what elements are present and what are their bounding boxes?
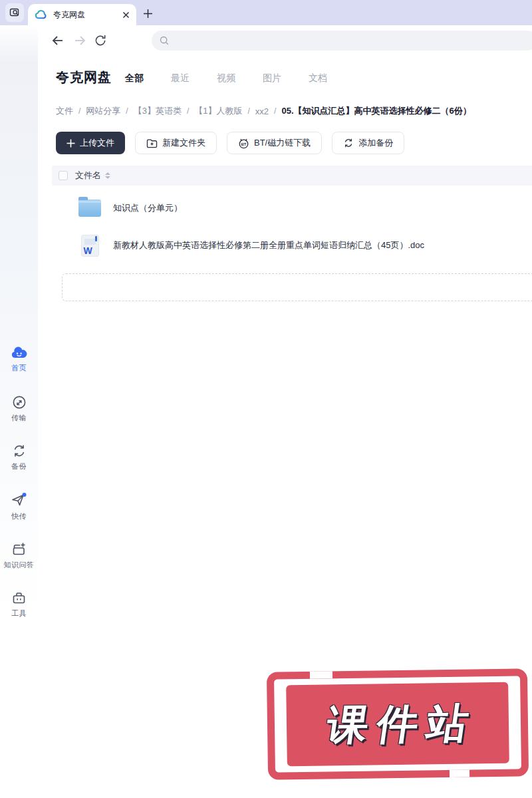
app-sidebar: 首页 传输 备份 (0, 25, 38, 798)
quark-cloud-favicon (35, 9, 47, 21)
breadcrumb-current: 05.【知识点汇总】高中英语选择性必修二（6份） (281, 105, 471, 117)
stamp-text: 课件站 (315, 695, 481, 753)
tab-search-button[interactable] (5, 3, 24, 22)
filename-column-header: 文件名 (75, 170, 101, 182)
new-tab-button[interactable] (140, 5, 156, 21)
new-folder-label: 新建文件夹 (162, 137, 205, 149)
sidebar-item-label: 工具 (0, 608, 38, 618)
add-backup-button[interactable]: 添加备份 (332, 132, 404, 154)
breadcrumb: 文件 / 网站分享 / 【3】英语类 / 【1】人教版 / xx2 / 05.【… (56, 105, 532, 117)
new-folder-icon (146, 138, 158, 148)
search-icon (159, 35, 170, 46)
knowledge-box-plus-icon (0, 542, 38, 557)
new-folder-button[interactable]: 新建文件夹 (135, 132, 217, 154)
tab-all[interactable]: 全部 (125, 72, 144, 84)
toolbox-icon (0, 591, 38, 605)
select-all-checkbox[interactable] (59, 171, 68, 180)
notification-dot (23, 493, 27, 497)
reload-icon[interactable] (94, 34, 107, 47)
sidebar-item-label: 首页 (0, 363, 38, 373)
sidebar-item-label: 备份 (0, 462, 38, 471)
file-name[interactable]: 新教材人教版高中英语选择性必修第二册全册重点单词短语归纳汇总（45页）.doc (113, 239, 424, 251)
bt-download-label: BT/磁力链下载 (254, 137, 311, 149)
sort-toggle-icon[interactable] (105, 172, 110, 179)
sidebar-item-tools[interactable]: 工具 (0, 591, 38, 618)
sidebar-item-label: 知识问答 (0, 560, 38, 570)
word-doc-letter: W (84, 246, 92, 255)
backup-sync-icon (343, 138, 354, 148)
search-input[interactable] (175, 36, 494, 46)
file-row-doc[interactable]: W 新教材人教版高中英语选择性必修第二册全册重点单词短语归纳汇总（45页）.do… (52, 227, 532, 264)
filter-tabs: 全部 最近 视频 图片 文档 (125, 72, 327, 84)
svg-text:BT: BT (241, 142, 246, 146)
address-search-bar[interactable] (152, 31, 532, 51)
breadcrumb-item[interactable]: 【3】英语类 (134, 105, 182, 117)
file-name[interactable]: 知识点（分单元） (113, 202, 182, 214)
plus-icon (143, 9, 153, 19)
word-doc-icon: W (81, 235, 99, 257)
breadcrumb-item[interactable]: xx2 (255, 106, 269, 116)
home-cloud-smile-icon (0, 345, 38, 360)
sync-arrows-icon (0, 444, 38, 458)
file-table-header: 文件名 (52, 166, 532, 186)
action-toolbar: 上传文件 新建文件夹 BT BT/磁力链下载 添加备份 (56, 132, 404, 154)
back-icon[interactable] (51, 34, 65, 47)
file-row-folder[interactable]: 知识点（分单元） (52, 190, 532, 227)
sidebar-item-home[interactable]: 首页 (0, 345, 38, 373)
plus-icon (66, 139, 75, 148)
window-search-icon (9, 7, 20, 18)
stamp-fill: 课件站 (286, 682, 509, 767)
browser-tab-strip: 夸克网盘 (0, 0, 532, 25)
watermark-stamp: 课件站 (267, 668, 529, 779)
bt-magnet-download-button[interactable]: BT BT/磁力链下载 (227, 132, 322, 154)
tab-title: 夸克网盘 (53, 9, 122, 21)
bt-download-icon: BT (238, 138, 249, 149)
sidebar-item-knowledge-qa[interactable]: 知识问答 (0, 542, 38, 570)
breadcrumb-separator: / (248, 106, 250, 116)
breadcrumb-item[interactable]: 文件 (56, 105, 73, 117)
sidebar-item-label: 快传 (0, 511, 38, 521)
upload-file-label: 上传文件 (80, 137, 114, 149)
breadcrumb-separator: / (274, 106, 276, 116)
add-backup-label: 添加备份 (358, 137, 393, 149)
sidebar-item-label: 传输 (0, 413, 38, 423)
breadcrumb-separator: / (126, 106, 128, 116)
page-title: 夸克网盘 (56, 68, 112, 86)
sidebar-item-transfer[interactable]: 传输 (0, 395, 38, 423)
upload-dropzone[interactable] (62, 273, 532, 301)
tab-close-icon[interactable] (122, 11, 130, 19)
breadcrumb-item[interactable]: 【1】人教版 (194, 105, 242, 117)
breadcrumb-item[interactable]: 网站分享 (86, 105, 120, 117)
tab-video[interactable]: 视频 (217, 72, 235, 84)
upload-file-button[interactable]: 上传文件 (56, 132, 125, 154)
folder-icon (78, 200, 101, 217)
tab-document[interactable]: 文档 (309, 72, 327, 84)
sidebar-item-backup[interactable]: 备份 (0, 444, 38, 471)
paper-plane-icon (0, 492, 38, 508)
breadcrumb-separator: / (78, 106, 80, 116)
tab-recent[interactable]: 最近 (171, 72, 190, 84)
tab-image[interactable]: 图片 (263, 72, 281, 84)
browser-tab[interactable]: 夸克网盘 (28, 4, 136, 25)
breadcrumb-separator: / (187, 106, 189, 116)
forward-icon[interactable] (73, 34, 87, 47)
sidebar-item-quick-send[interactable]: 快传 (0, 492, 38, 521)
transfer-icon (0, 395, 38, 410)
